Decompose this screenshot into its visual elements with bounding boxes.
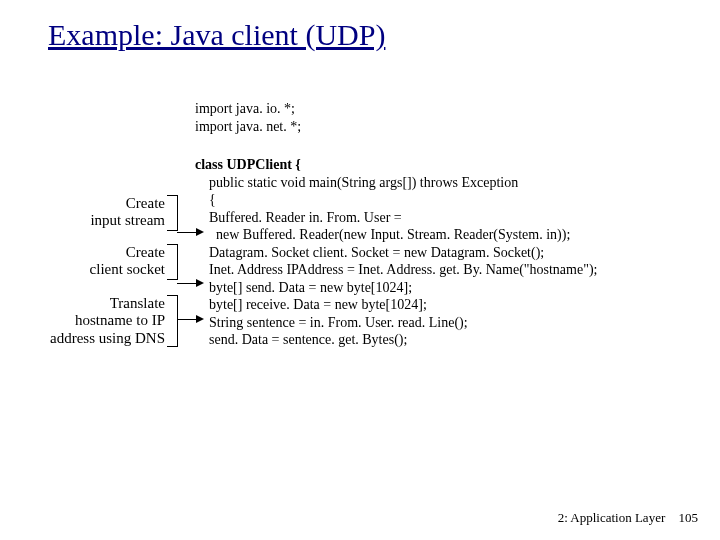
code-l8: Datagram. Socket client. Socket = new Da… [195,244,597,262]
code-l3: { [195,191,597,209]
code-l15: String sentence = in. From. User. read. … [195,314,597,332]
code-l1: class UDPClient { [195,156,597,174]
code-l6: new Buffered. Reader(new Input. Stream. … [195,226,597,244]
annotation-1-line-2: input stream [40,212,165,229]
bracket-icon [167,195,178,231]
footer-chapter: 2: Application Layer [558,510,666,525]
annotation-3-line-1: Translate [5,295,165,312]
annotation-1-line-1: Create [40,195,165,212]
import-line-2: import java. net. *; [195,118,301,136]
arrow-head-icon [196,315,204,323]
annotation-3-line-3: address using DNS [5,330,165,347]
arrow-line-icon [177,319,197,320]
arrow-line-icon [177,283,197,284]
import-line-1: import java. io. *; [195,100,301,118]
annotation-3-line-2: hostname to IP [5,312,165,329]
annotation-translate-dns: Translate hostname to IP address using D… [5,295,165,347]
code-block: class UDPClient { public static void mai… [195,156,597,349]
annotation-2-line-2: client socket [40,261,165,278]
import-block: import java. io. *; import java. net. *; [195,100,301,135]
annotation-2-line-1: Create [40,244,165,261]
arrow-head-icon [196,279,204,287]
arrow-head-icon [196,228,204,236]
code-l10: Inet. Address IPAddress = Inet. Address.… [195,261,597,279]
slide-title: Example: Java client (UDP) [48,18,385,52]
bracket-icon [167,295,178,347]
arrow-line-icon [177,232,197,233]
bracket-icon [167,244,178,280]
slide-footer: 2: Application Layer 105 [558,510,698,526]
code-l17: send. Data = sentence. get. Bytes(); [195,331,597,349]
code-l2: public static void main(String args[]) t… [195,174,597,192]
page-number: 105 [679,510,699,525]
code-l12: byte[] send. Data = new byte[1024]; [195,279,597,297]
code-l13: byte[] receive. Data = new byte[1024]; [195,296,597,314]
annotation-client-socket: Create client socket [40,244,165,279]
code-l5: Buffered. Reader in. From. User = [195,209,597,227]
annotation-input-stream: Create input stream [40,195,165,230]
